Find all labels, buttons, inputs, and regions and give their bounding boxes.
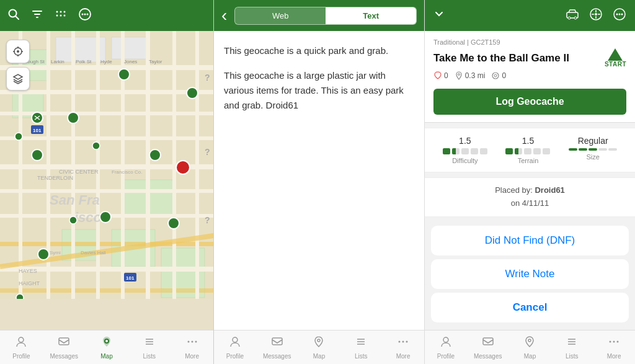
cache-title-row: Take Me to the Ball Game II START bbox=[433, 48, 626, 68]
svg-rect-38 bbox=[195, 31, 199, 299]
svg-point-7 bbox=[64, 14, 66, 16]
write-note-button[interactable]: Write Note bbox=[431, 259, 629, 289]
svg-point-118 bbox=[492, 73, 499, 79]
svg-text:isco: isco bbox=[74, 210, 102, 225]
difficulty-value: 1.5 bbox=[459, 136, 471, 146]
svg-point-4 bbox=[64, 11, 66, 12]
right-map-icon bbox=[523, 335, 536, 351]
middle-header: ‹ Web Text bbox=[214, 0, 424, 31]
right-profile-icon bbox=[440, 335, 452, 351]
more-label: More bbox=[185, 353, 199, 360]
svg-rect-30 bbox=[0, 288, 213, 293]
svg-point-75 bbox=[69, 216, 77, 224]
svg-point-9 bbox=[82, 13, 84, 15]
svg-point-116 bbox=[621, 13, 623, 15]
svg-point-120 bbox=[443, 337, 448, 342]
left-footer: Profile Messages bbox=[0, 330, 213, 364]
terr-dot-1 bbox=[505, 148, 513, 154]
diff-dot-4 bbox=[471, 148, 478, 154]
terr-dot-5 bbox=[543, 148, 550, 154]
svg-text:Symi: Symi bbox=[50, 250, 61, 255]
svg-text:CIVIC CENTER: CIVIC CENTER bbox=[59, 169, 99, 175]
svg-text:TENDERLOIN: TENDERLOIN bbox=[37, 175, 73, 181]
car-icon[interactable] bbox=[566, 7, 579, 24]
segment-web-button[interactable]: Web bbox=[235, 7, 326, 24]
right-footer-map[interactable]: Map bbox=[509, 335, 551, 360]
start-triangle-icon bbox=[608, 48, 623, 61]
content-paragraph-2: This geocache is a large plastic jar wit… bbox=[224, 68, 414, 113]
segment-text-button[interactable]: Text bbox=[326, 7, 416, 24]
dnf-button[interactable]: Did Not Find (DNF) bbox=[431, 226, 629, 255]
svg-point-73 bbox=[15, 133, 22, 140]
favorites-stat: 0 bbox=[491, 71, 506, 80]
terrain-label: Terrain bbox=[518, 157, 539, 164]
lists-icon bbox=[143, 335, 156, 351]
right-more-icon[interactable] bbox=[613, 7, 626, 24]
map-label: Map bbox=[100, 353, 112, 360]
back-button[interactable]: ‹ bbox=[221, 7, 227, 24]
cache-stats-row: 0 0.3 mi 0 bbox=[433, 71, 626, 80]
svg-point-106 bbox=[574, 17, 577, 19]
middle-panel: ‹ Web Text This geocache is a quick park… bbox=[214, 0, 425, 364]
footer-item-profile[interactable]: Profile bbox=[0, 335, 43, 360]
right-footer-messages[interactable]: Messages bbox=[467, 335, 509, 360]
right-footer-lists[interactable]: Lists bbox=[551, 335, 593, 360]
middle-footer-messages[interactable]: Messages bbox=[256, 335, 298, 360]
profile-icon bbox=[15, 335, 27, 351]
footer-item-map[interactable]: Map bbox=[86, 335, 128, 360]
svg-text:Jones: Jones bbox=[124, 59, 137, 64]
svg-point-65 bbox=[118, 69, 130, 80]
right-map-label: Map bbox=[524, 353, 536, 360]
search-icon[interactable] bbox=[7, 8, 20, 24]
dots-menu-icon[interactable] bbox=[55, 8, 67, 24]
size-seg-2 bbox=[579, 148, 587, 151]
svg-point-92 bbox=[187, 340, 189, 342]
chevron-down-icon[interactable] bbox=[433, 9, 445, 23]
more-icon[interactable] bbox=[78, 7, 92, 24]
svg-point-85 bbox=[19, 337, 24, 342]
terrain-value: 1.5 bbox=[522, 136, 534, 146]
svg-point-105 bbox=[568, 17, 571, 19]
svg-rect-15 bbox=[112, 37, 149, 59]
middle-footer-more[interactable]: More bbox=[382, 335, 424, 360]
left-panel: Gough St Larkin Polk St Hyde Jones Taylo… bbox=[0, 0, 214, 364]
svg-text:Polk St: Polk St bbox=[76, 59, 92, 64]
middle-profile-icon bbox=[229, 335, 241, 351]
cancel-button[interactable]: Cancel bbox=[431, 293, 629, 322]
svg-point-5 bbox=[56, 14, 58, 16]
middle-lists-label: Lists bbox=[355, 353, 368, 360]
footer-item-more[interactable]: More bbox=[171, 335, 213, 360]
right-footer-more[interactable]: More bbox=[593, 335, 635, 360]
svg-point-119 bbox=[494, 74, 497, 77]
svg-point-101 bbox=[399, 340, 401, 342]
cache-type: Traditional | GC2T159 bbox=[433, 38, 626, 46]
right-lists-label: Lists bbox=[566, 353, 579, 360]
svg-point-3 bbox=[60, 11, 62, 12]
svg-text:HAIGHT: HAIGHT bbox=[19, 280, 40, 286]
svg-rect-96 bbox=[272, 338, 282, 345]
size-label: Size bbox=[586, 153, 599, 161]
map-area[interactable]: Gough St Larkin Polk St Hyde Jones Taylo… bbox=[0, 31, 213, 330]
svg-rect-37 bbox=[172, 31, 176, 299]
middle-footer: Profile Messages Map bbox=[214, 330, 424, 364]
svg-text:San Fra: San Fra bbox=[50, 192, 100, 208]
right-header-icons bbox=[566, 7, 626, 24]
gps-button[interactable] bbox=[6, 40, 30, 63]
footer-item-messages[interactable]: Messages bbox=[43, 335, 86, 360]
footer-item-lists[interactable]: Lists bbox=[128, 335, 171, 360]
start-button[interactable]: START bbox=[605, 48, 626, 68]
svg-point-102 bbox=[402, 340, 404, 342]
filter-icon[interactable] bbox=[31, 8, 43, 24]
compass-icon[interactable] bbox=[589, 7, 603, 24]
svg-point-117 bbox=[458, 74, 460, 76]
log-geocache-button[interactable]: Log Geocache bbox=[433, 89, 626, 115]
svg-text:Davies Hall: Davies Hall bbox=[81, 250, 106, 255]
terr-dot-2 bbox=[515, 148, 522, 154]
middle-footer-profile[interactable]: Profile bbox=[214, 335, 256, 360]
layers-button[interactable] bbox=[6, 67, 30, 91]
middle-footer-map[interactable]: Map bbox=[298, 335, 340, 360]
middle-footer-lists[interactable]: Lists bbox=[340, 335, 382, 360]
right-footer-profile[interactable]: Profile bbox=[425, 335, 467, 360]
svg-text:Hyde: Hyde bbox=[100, 59, 112, 64]
svg-point-2 bbox=[56, 11, 58, 12]
